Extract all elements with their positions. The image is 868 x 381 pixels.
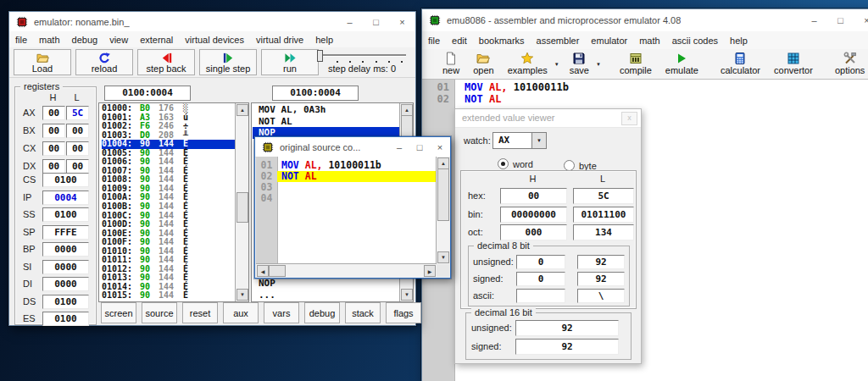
- load-button[interactable]: Load: [14, 49, 71, 75]
- scroll-right-icon[interactable]: ▶: [424, 265, 436, 277]
- memory-row[interactable]: 0100B:90144É: [102, 202, 235, 212]
- emulate-button[interactable]: emulate: [659, 49, 705, 79]
- hex-l-field[interactable]: 5C: [573, 188, 634, 204]
- oct-l-field[interactable]: 134: [573, 224, 634, 240]
- menu-debug[interactable]: debug: [66, 32, 104, 47]
- scroll-left-icon[interactable]: ◀: [257, 265, 269, 277]
- menu-view[interactable]: view: [103, 32, 134, 47]
- disasm-row[interactable]: MOV AL, 0A3h: [253, 104, 399, 116]
- dec8-ascii-h-field[interactable]: [516, 289, 565, 303]
- register-SI-field[interactable]: 0000: [42, 260, 89, 274]
- menu-math[interactable]: math: [33, 32, 65, 47]
- menu-file[interactable]: file: [9, 32, 33, 47]
- register-DS-field[interactable]: 0100: [42, 295, 89, 309]
- menu-edit[interactable]: edit: [446, 33, 473, 48]
- oct-h-field[interactable]: 000: [500, 224, 567, 240]
- register-CX-l-field[interactable]: 00: [66, 141, 89, 156]
- dec16-signed-field[interactable]: 92: [515, 339, 619, 355]
- aux-button[interactable]: aux: [223, 302, 259, 323]
- register-ES-field[interactable]: 0100: [42, 312, 89, 326]
- scroll-down-icon[interactable]: ▼: [401, 289, 413, 301]
- register-AX-l-field[interactable]: 5C: [66, 106, 89, 120]
- menu-emulator[interactable]: emulator: [585, 33, 633, 48]
- open-button[interactable]: open: [466, 49, 500, 79]
- register-BX-h-field[interactable]: 00: [42, 124, 65, 138]
- dec8-unsigned-l-field[interactable]: 92: [577, 255, 625, 269]
- step-back-button[interactable]: step back: [137, 49, 195, 75]
- menu-virtual-devices[interactable]: virtual devices: [179, 32, 250, 47]
- maximize-icon[interactable]: □: [409, 137, 430, 157]
- scrollbar-thumb[interactable]: [269, 265, 286, 277]
- dec8-unsigned-h-field[interactable]: 0: [516, 255, 565, 269]
- stack-button[interactable]: stack: [345, 302, 381, 323]
- menu-ascii-codes[interactable]: ascii codes: [666, 33, 724, 48]
- scroll-up-icon[interactable]: ▲: [401, 104, 413, 116]
- menu-assembler[interactable]: assembler: [531, 33, 586, 48]
- close-icon[interactable]: ×: [854, 9, 868, 31]
- watch-value[interactable]: AX: [492, 132, 532, 149]
- maximize-icon[interactable]: □: [363, 12, 389, 31]
- minimize-icon[interactable]: –: [389, 137, 409, 157]
- register-SP-field[interactable]: FFFE: [42, 225, 89, 240]
- scrollbar-thumb[interactable]: [437, 168, 449, 221]
- screen-button[interactable]: screen: [101, 302, 136, 323]
- calculator-button[interactable]: calculator: [714, 49, 767, 79]
- single-step-button[interactable]: single step: [199, 49, 257, 75]
- ide-titlebar[interactable]: emu8086 - assembler and microprocessor e…: [422, 9, 868, 32]
- scroll-up-icon[interactable]: ▲: [437, 157, 449, 169]
- convertor-button[interactable]: convertor: [767, 49, 820, 79]
- save-dropdown-arrow-icon[interactable]: ▼: [596, 62, 604, 67]
- dec8-signed-h-field[interactable]: 0: [516, 272, 565, 286]
- disasm-address-field[interactable]: 0100:0004: [272, 86, 359, 101]
- close-icon[interactable]: ×: [389, 12, 415, 31]
- source-titlebar[interactable]: original source co... –□×: [255, 137, 450, 157]
- scroll-down-icon[interactable]: ▼: [236, 289, 248, 301]
- disasm-row[interactable]: NOT AL: [253, 116, 399, 128]
- register-DI-field[interactable]: 0000: [42, 277, 89, 291]
- radio-selected-icon[interactable]: [498, 158, 509, 169]
- source-line[interactable]: 02NOT AL: [422, 94, 868, 106]
- register-BX-l-field[interactable]: 00: [66, 124, 89, 138]
- hex-h-field[interactable]: 00: [500, 188, 567, 204]
- source-line[interactable]: 04: [256, 193, 436, 204]
- maximize-icon[interactable]: □: [827, 9, 854, 31]
- examples-button[interactable]: examples: [501, 49, 554, 79]
- word-radio[interactable]: word: [498, 156, 533, 171]
- source-line[interactable]: 01MOV AL, 10100011b: [422, 82, 868, 94]
- menu-virtual-drive[interactable]: virtual drive: [250, 32, 309, 47]
- source-button[interactable]: source: [142, 302, 177, 323]
- slider-thumb[interactable]: [317, 50, 323, 62]
- viewer-titlebar[interactable]: extended value viewer x: [455, 109, 641, 128]
- scroll-down-icon[interactable]: ▼: [437, 251, 449, 263]
- register-DX-l-field[interactable]: 00: [66, 159, 89, 174]
- source-hscrollbar[interactable]: ◀ ▶: [256, 263, 437, 277]
- memory-row[interactable]: 01015:90144É: [102, 291, 235, 301]
- dec8-ascii-l-field[interactable]: \: [577, 289, 625, 303]
- memory-row[interactable]: 01000:B0176░: [102, 104, 235, 113]
- register-CX-h-field[interactable]: 00: [42, 141, 65, 156]
- scroll-up-icon[interactable]: ▲: [236, 104, 248, 116]
- menu-external[interactable]: external: [134, 32, 179, 47]
- new-button[interactable]: new: [436, 49, 466, 79]
- reset-button[interactable]: reset: [182, 302, 218, 323]
- examples-dropdown-arrow-icon[interactable]: ▼: [554, 62, 563, 67]
- options-button[interactable]: options: [828, 49, 868, 79]
- reload-button[interactable]: reload: [75, 49, 133, 75]
- step-delay-slider[interactable]: step delay ms: 0: [314, 49, 409, 75]
- save-button[interactable]: save: [563, 49, 596, 79]
- minimize-icon[interactable]: –: [801, 9, 827, 31]
- close-icon[interactable]: ×: [430, 137, 450, 157]
- vars-button[interactable]: vars: [264, 302, 299, 323]
- register-IP-field[interactable]: 0004: [42, 190, 89, 205]
- disasm-row[interactable]: NOP: [253, 278, 399, 290]
- minimize-icon[interactable]: –: [337, 12, 363, 31]
- menu-help[interactable]: help: [724, 33, 754, 48]
- menu-help[interactable]: help: [309, 32, 339, 47]
- disasm-row[interactable]: ...: [253, 290, 399, 301]
- dec16-unsigned-field[interactable]: 92: [515, 320, 619, 336]
- close-icon[interactable]: x: [621, 112, 637, 125]
- compile-button[interactable]: compile: [613, 49, 659, 79]
- chevron-down-icon[interactable]: ▼: [532, 132, 547, 149]
- watch-register-select[interactable]: AX ▼: [492, 132, 547, 149]
- source-line[interactable]: 02NOT AL: [256, 171, 436, 182]
